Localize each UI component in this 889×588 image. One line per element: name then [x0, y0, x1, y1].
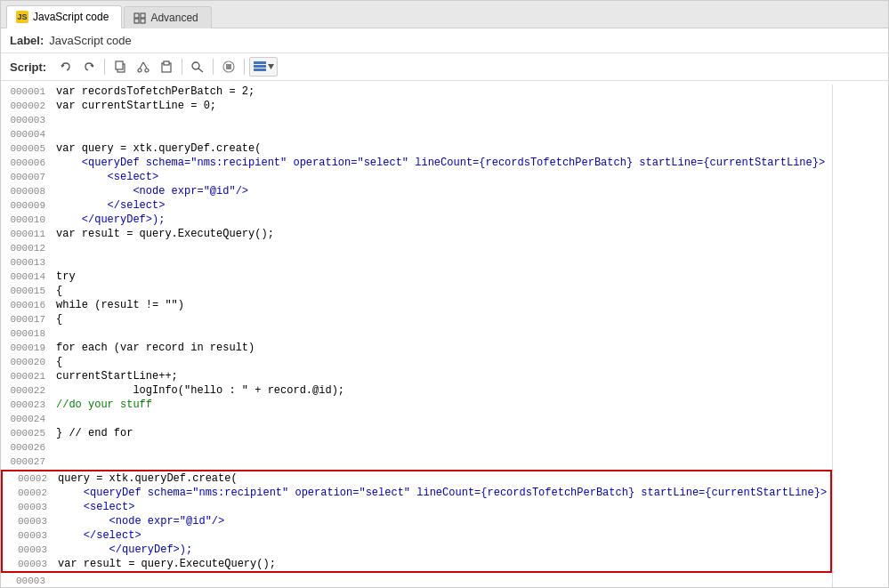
label-row: Label: JavaScript code: [1, 28, 888, 53]
toolbar-sep-4: [244, 59, 245, 75]
code-line-24: 000024: [1, 412, 832, 426]
svg-point-12: [192, 62, 199, 69]
adv-tab-icon: [133, 12, 146, 24]
code-line-18: 000018: [1, 326, 832, 341]
cut-button[interactable]: [133, 57, 154, 77]
code-line-23: 000023 //do your stuff: [1, 398, 832, 412]
redo-button[interactable]: [78, 57, 100, 77]
svg-rect-16: [254, 61, 266, 64]
code-line-2: 000002 var currentStartLine = 0;: [1, 99, 832, 113]
svg-point-7: [145, 68, 149, 72]
code-line-27: 000027: [1, 455, 832, 469]
svg-rect-17: [254, 65, 266, 68]
main-window: JS JavaScript code Advanced Label: JavaS…: [0, 0, 889, 588]
label-key: Label:: [10, 34, 44, 47]
highlight-block: 00002 query = xtk.queryDef.create( 00002…: [1, 470, 832, 573]
palette-dropdown-button[interactable]: [249, 57, 278, 77]
code-line-h3: 00003 <select>: [3, 500, 830, 514]
svg-point-6: [138, 68, 141, 72]
code-line-3: 000003: [1, 113, 832, 127]
svg-rect-2: [134, 19, 139, 23]
toolbar-sep-3: [213, 59, 214, 75]
code-line-26: 000026: [1, 440, 832, 455]
code-line-h5: 00003 </select>: [3, 528, 830, 543]
svg-line-9: [143, 62, 147, 68]
svg-rect-11: [164, 61, 169, 65]
code-line-7: 000007 <select>: [1, 170, 832, 184]
code-line-25: 000025 } // end for: [1, 426, 832, 440]
undo-button[interactable]: [55, 57, 77, 77]
code-line-h4: 00003 <node expr="@id"/>: [3, 514, 830, 528]
svg-rect-1: [141, 13, 145, 18]
code-line-6: 000006 <queryDef schema="nms:recipient" …: [1, 156, 832, 170]
tab-advanced-label: Advanced: [150, 12, 198, 24]
svg-line-8: [140, 62, 143, 68]
toolbar-sep-1: [104, 59, 105, 75]
toolbar-sep-2: [182, 59, 182, 75]
tab-bar: JS JavaScript code Advanced: [1, 1, 888, 28]
code-line-12: 000012: [1, 241, 832, 255]
code-line-h1: 00002 query = xtk.queryDef.create(: [3, 471, 830, 486]
code-line-9: 000009 </select>: [1, 198, 832, 213]
svg-marker-19: [268, 64, 274, 69]
code-line-8: 000008 <node expr="@id"/>: [1, 184, 832, 198]
paste-button[interactable]: [156, 57, 177, 77]
copy-button[interactable]: [109, 57, 131, 77]
code-line-h6: 00003 </queryDef>);: [3, 543, 830, 557]
code-line-22: 000022 logInfo("hello : " + record.@id);: [1, 383, 832, 398]
tab-advanced[interactable]: Advanced: [124, 6, 211, 28]
code-line-a1: 00003: [1, 574, 832, 587]
code-line-17: 000017 {: [1, 312, 832, 326]
code-line-4: 000004: [1, 127, 832, 141]
code-editor[interactable]: 000001 var recordsTofetchPerBatch = 2; 0…: [1, 81, 888, 587]
code-line-13: 000013: [1, 255, 832, 270]
svg-rect-15: [226, 64, 231, 69]
code-line-21: 000021 currentStartLine++;: [1, 369, 832, 383]
code-line-h2: 00002 <queryDef schema="nms:recipient" o…: [3, 486, 830, 500]
tab-javascript-label: JavaScript code: [33, 11, 109, 23]
svg-line-13: [198, 68, 203, 72]
code-line-h7: 00003 var result = query.ExecuteQuery();: [3, 557, 830, 571]
svg-rect-0: [134, 13, 139, 18]
code-line-1: 000001 var recordsTofetchPerBatch = 2;: [1, 85, 832, 99]
tab-javascript[interactable]: JS JavaScript code: [6, 5, 122, 28]
svg-rect-5: [116, 61, 123, 69]
stop-button[interactable]: [218, 57, 239, 77]
code-line-11: 000011 var result = query.ExecuteQuery()…: [1, 227, 832, 241]
script-toolbar: Script:: [1, 53, 888, 81]
code-line-10: 000010 </queryDef>);: [1, 213, 832, 227]
svg-rect-3: [141, 19, 145, 23]
js-tab-icon: JS: [16, 11, 28, 23]
label-value: JavaScript code: [49, 34, 132, 47]
find-button[interactable]: [187, 57, 208, 77]
code-line-15: 000015 {: [1, 284, 832, 298]
script-label: Script:: [10, 60, 46, 74]
code-right-panel: [833, 85, 888, 587]
svg-rect-18: [254, 68, 266, 71]
code-line-16: 000016 while (result != ""): [1, 298, 832, 312]
code-line-14: 000014 try: [1, 270, 832, 284]
code-line-5: 000005 var query = xtk.queryDef.create(: [1, 141, 832, 156]
code-line-20: 000020 {: [1, 355, 832, 369]
code-line-19: 000019 for each (var record in result): [1, 341, 832, 355]
